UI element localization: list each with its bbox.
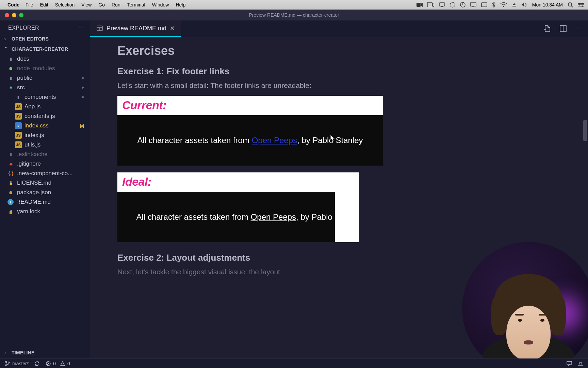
bluetooth-icon[interactable] bbox=[492, 2, 495, 7]
tree-folder-node-modules[interactable]: ⬢node_modules bbox=[0, 64, 90, 73]
tree-file-eslintcache[interactable]: ▮.eslintcache bbox=[0, 150, 90, 159]
tree-file-app-js[interactable]: JSApp.js bbox=[0, 102, 90, 111]
tree-file-yarn-lock[interactable]: 🔒yarn.lock bbox=[0, 207, 90, 216]
menu-run[interactable]: Run bbox=[112, 2, 120, 7]
project-label: CHARACTER-CREATOR bbox=[12, 46, 68, 52]
tree-file-gitignore[interactable]: ◆.gitignore bbox=[0, 159, 90, 169]
screen-mirror-icon[interactable] bbox=[481, 2, 487, 7]
svg-rect-2 bbox=[439, 3, 445, 6]
facetime-icon[interactable] bbox=[416, 2, 423, 7]
tree-file-constants-js[interactable]: JSconstants.js bbox=[0, 111, 90, 121]
tree-label: package.json bbox=[17, 189, 51, 196]
tree-file-new-component[interactable]: {.}.new-component-co... bbox=[0, 169, 90, 178]
heading-exercises: Exercises bbox=[117, 44, 588, 58]
maximize-window-button[interactable] bbox=[19, 13, 23, 17]
tree-file-license[interactable]: 🏅LICENSE.md bbox=[0, 178, 90, 188]
svg-point-11 bbox=[568, 3, 572, 6]
open-editors-section[interactable]: › OPEN EDITORS bbox=[0, 34, 90, 44]
chevron-down-icon: › bbox=[3, 47, 10, 51]
project-section[interactable]: › CHARACTER-CREATOR bbox=[0, 44, 90, 54]
modified-dot-icon: • bbox=[81, 77, 84, 80]
display-icon[interactable] bbox=[470, 2, 476, 7]
power-icon[interactable] bbox=[460, 2, 466, 7]
tree-label: node_modules bbox=[17, 65, 55, 72]
error-icon bbox=[46, 361, 51, 366]
svg-rect-8 bbox=[481, 3, 487, 7]
split-editor-icon[interactable] bbox=[559, 25, 567, 32]
app-name[interactable]: Code bbox=[7, 2, 19, 7]
footer-after-cut: , by Pablo S bbox=[296, 212, 340, 221]
css-icon: # bbox=[15, 122, 22, 129]
folder-icon: ▮ bbox=[7, 75, 14, 81]
problems-errors[interactable]: 0 0 bbox=[46, 361, 70, 366]
tree-folder-public[interactable]: ▮public• bbox=[0, 73, 90, 83]
chevron-right-icon: › bbox=[4, 36, 9, 42]
more-actions-icon[interactable]: ⋯ bbox=[575, 26, 581, 32]
scrollbar-thumb[interactable] bbox=[583, 120, 587, 141]
warning-icon bbox=[60, 361, 65, 366]
example-current: Current: All character assets taken from… bbox=[117, 96, 383, 166]
tree-folder-src[interactable]: ⚛src• bbox=[0, 83, 90, 92]
svg-rect-0 bbox=[416, 3, 421, 7]
tree-file-index-js[interactable]: JSindex.js bbox=[0, 131, 90, 140]
svg-line-12 bbox=[571, 6, 573, 7]
footer-link-current[interactable]: Open Peeps bbox=[252, 136, 297, 145]
svg-point-16 bbox=[582, 3, 583, 4]
footer-text-ideal: All character assets taken from Open Pee… bbox=[136, 212, 340, 221]
chevron-right-icon: › bbox=[4, 350, 9, 356]
bell-icon[interactable] bbox=[578, 361, 583, 366]
window-titlebar[interactable]: Preview README.md — character-creator bbox=[0, 10, 588, 20]
footer-link-ideal[interactable]: Open Peeps bbox=[251, 212, 296, 221]
wifi-icon[interactable] bbox=[500, 2, 507, 7]
example-current-body: All character assets taken from Open Pee… bbox=[117, 115, 383, 166]
npm-icon: ⬢ bbox=[7, 189, 14, 196]
menu-terminal[interactable]: Terminal bbox=[127, 2, 145, 7]
timer-icon[interactable] bbox=[450, 2, 455, 7]
close-tab-icon[interactable]: ✕ bbox=[170, 25, 175, 32]
braces-icon: {.} bbox=[7, 170, 14, 177]
menu-help[interactable]: Help bbox=[176, 2, 185, 7]
menubar-clock[interactable]: Mon 10:34 AM bbox=[532, 2, 563, 7]
timeline-section[interactable]: › TIMELINE bbox=[0, 348, 90, 358]
svg-point-24 bbox=[5, 361, 7, 363]
tree-file-index-css[interactable]: #index.cssM bbox=[0, 121, 90, 131]
svg-point-26 bbox=[8, 362, 10, 363]
example-ideal-body: All character assets taken from Open Pee… bbox=[117, 192, 359, 242]
spotlight-icon[interactable] bbox=[568, 2, 573, 7]
svg-point-17 bbox=[579, 4, 580, 5]
camera-icon[interactable] bbox=[427, 2, 434, 7]
tab-preview-readme[interactable]: Preview README.md ✕ bbox=[90, 20, 181, 37]
show-source-icon[interactable] bbox=[543, 25, 551, 33]
git-branch[interactable]: master* bbox=[5, 361, 29, 366]
sync-button[interactable] bbox=[34, 361, 40, 366]
eject-icon[interactable] bbox=[512, 2, 517, 7]
menu-file[interactable]: File bbox=[26, 2, 33, 7]
tree-file-utils-js[interactable]: JSutils.js bbox=[0, 140, 90, 150]
tree-label: utils.js bbox=[24, 141, 40, 148]
menu-edit[interactable]: Edit bbox=[40, 2, 48, 7]
tab-label: Preview README.md bbox=[107, 25, 166, 32]
menu-go[interactable]: Go bbox=[98, 2, 105, 7]
explorer-more-icon[interactable]: ⋯ bbox=[79, 25, 85, 31]
close-window-button[interactable] bbox=[5, 13, 9, 17]
tree-folder-components[interactable]: ▮components• bbox=[0, 92, 90, 102]
tree-label: src bbox=[17, 84, 25, 91]
tree-file-readme[interactable]: iREADME.md bbox=[0, 197, 90, 207]
tree-file-package-json[interactable]: ⬢package.json bbox=[0, 188, 90, 197]
menu-view[interactable]: View bbox=[81, 2, 92, 7]
feedback-icon[interactable] bbox=[566, 361, 572, 366]
file-icon: ▮ bbox=[7, 151, 14, 158]
tree-folder-docs[interactable]: ▮docs bbox=[0, 54, 90, 64]
svg-rect-6 bbox=[471, 3, 476, 6]
menu-selection[interactable]: Selection bbox=[55, 2, 75, 7]
js-icon: JS bbox=[15, 132, 22, 139]
traffic-lights bbox=[5, 13, 23, 17]
branch-name: master* bbox=[12, 361, 29, 366]
volume-icon[interactable] bbox=[521, 2, 527, 7]
tree-label: index.css bbox=[24, 122, 49, 129]
control-center-icon[interactable] bbox=[578, 3, 584, 7]
timeline-label: TIMELINE bbox=[12, 350, 35, 355]
airplay-icon[interactable] bbox=[439, 2, 445, 7]
menu-window[interactable]: Window bbox=[152, 2, 169, 7]
minimize-window-button[interactable] bbox=[12, 13, 16, 17]
